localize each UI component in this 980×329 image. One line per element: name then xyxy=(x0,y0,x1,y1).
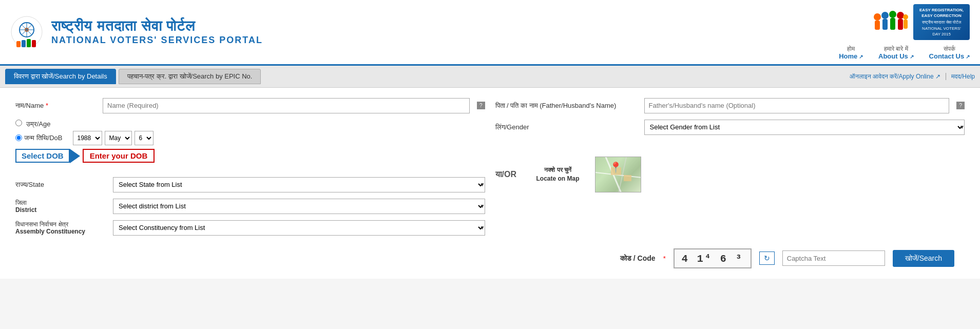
constituency-row: विधानसभा निर्वाचन क्षेत्र Assembly Const… xyxy=(15,220,485,236)
age-label: उम्र/Age xyxy=(15,120,98,128)
dob-year-select[interactable]: 1988 xyxy=(73,131,102,145)
captcha-display: 4 1⁴ 6 ³ xyxy=(674,248,752,268)
nav-contact[interactable]: संपर्क Contact Us xyxy=(929,45,970,60)
map-thumbnail[interactable]: 📍 xyxy=(595,157,641,192)
nvd-subtitle: राष्ट्रीय मतदाता सेवा पोर्टल xyxy=(919,20,964,25)
state-select[interactable]: Select State from List xyxy=(113,177,485,192)
captcha-search-row: कोड / Code * 4 1⁴ 6 ³ ↻ खोजें/Search xyxy=(15,248,965,268)
divider xyxy=(946,73,946,80)
apply-hindi: ऑनलाइन आवेदन करें/ xyxy=(850,73,899,80)
constituency-select[interactable]: Select Constituency from List xyxy=(113,220,485,236)
svg-rect-12 xyxy=(875,21,880,30)
header-right-top: EASY REGISTRATION, EASY CORRECTION राष्ट… xyxy=(872,4,970,40)
tab-search-epic[interactable]: पहचान-पत्र क्र. द्वारा खोजें/Search by E… xyxy=(119,69,261,84)
help-link[interactable]: मदद/Help xyxy=(951,73,975,80)
gender-select[interactable]: Select Gender from List xyxy=(644,120,965,135)
tab1-eng: Search by Details xyxy=(55,72,107,80)
father-label-text: पिता / पति का नाम (Father/Husband's Name… xyxy=(495,102,617,109)
father-input[interactable] xyxy=(644,98,950,113)
captcha-refresh-button[interactable]: ↻ xyxy=(759,251,775,265)
constituency-label: विधानसभा निर्वाचन क्षेत्र Assembly Const… xyxy=(15,221,108,235)
nav-contact-hindi: संपर्क xyxy=(944,45,955,52)
tabs-bar: विवरण द्वारा खोजें/Search by Details पहच… xyxy=(0,66,980,88)
state-label: राज्य/State xyxy=(15,181,108,189)
header-right: EASY REGISTRATION, EASY CORRECTION राष्ट… xyxy=(839,4,970,60)
gender-label: लिंग/Gender xyxy=(495,123,639,131)
people-icon xyxy=(872,9,908,35)
nav-home-eng: Home xyxy=(839,52,863,60)
tabs-left: विवरण द्वारा खोजें/Search by Details पहच… xyxy=(5,66,261,87)
nvd-line2: NATIONAL VOTERS' DAY 2015 xyxy=(919,26,964,37)
svg-point-17 xyxy=(897,12,904,19)
constituency-hindi: विधानसभा निर्वाचन क्षेत्र xyxy=(15,221,108,228)
tab1-hindi: विवरण द्वारा खोजें/ xyxy=(14,72,55,80)
apply-eng: Apply Online xyxy=(899,73,934,80)
nav-about[interactable]: हमारे बारे में About Us xyxy=(878,45,914,60)
age-dob-section: उम्र/Age जन्म तिथि/DoB 1988 May xyxy=(15,120,485,163)
nvd-banner: EASY REGISTRATION, EASY CORRECTION राष्ट… xyxy=(913,4,970,40)
apply-online-link[interactable]: ऑनलाइन आवेदन करें/Apply Online ↗ xyxy=(850,73,940,80)
tab2-hindi: पहचान-पत्र क्र. द्वारा खोजें/ xyxy=(127,72,193,80)
select-dob-arrow xyxy=(70,149,80,163)
dob-day-select[interactable]: 6 xyxy=(134,131,153,145)
dob-radio[interactable] xyxy=(15,134,22,141)
district-select[interactable]: Select district from List xyxy=(113,199,485,214)
district-hindi: जिला xyxy=(15,199,108,206)
name-input[interactable] xyxy=(103,98,470,113)
nav-home[interactable]: होम Home xyxy=(839,45,863,60)
svg-rect-10 xyxy=(32,40,36,47)
svg-rect-14 xyxy=(882,19,888,30)
name-hint-button[interactable]: ? xyxy=(477,102,485,109)
district-eng: District xyxy=(15,206,108,214)
search-button[interactable]: खोजें/Search xyxy=(893,250,954,267)
eci-logo xyxy=(10,15,44,49)
state-label-text: राज्य/State xyxy=(15,181,44,188)
age-radio[interactable] xyxy=(15,120,22,126)
father-hint-button[interactable]: ? xyxy=(956,102,965,109)
dob-label-text: जन्म तिथि/DoB xyxy=(24,134,63,142)
or-map-row: या/OR नक्शे पर चुनें Locate on Map xyxy=(495,157,965,192)
district-row: जिला District Select district from List … xyxy=(15,199,485,214)
header-title-area: राष्ट्रीय मतदाता सेवा पोर्टल NATIONAL VO… xyxy=(51,18,263,46)
enter-dob-label: Enter your DOB xyxy=(83,149,155,163)
svg-rect-20 xyxy=(904,20,908,29)
tab2-eng: Search by EPIC No. xyxy=(193,72,252,80)
form-grid: नाम/Name * ? उम्र/Age जन्म तिथि xyxy=(15,98,965,236)
nav-about-hindi: हमारे बारे में xyxy=(884,45,908,52)
select-dob-label: Select DOB xyxy=(15,149,70,163)
constituency-eng: Assembly Constituency xyxy=(15,228,108,235)
search-hindi: खोजें/ xyxy=(905,254,919,262)
svg-rect-18 xyxy=(898,19,903,30)
svg-point-11 xyxy=(874,13,881,21)
svg-rect-9 xyxy=(27,39,31,47)
title-hindi: राष्ट्रीय मतदाता सेवा पोर्टल xyxy=(51,18,263,35)
svg-rect-8 xyxy=(22,40,26,47)
locate-map-section: नक्शे पर चुनें Locate on Map xyxy=(536,166,580,182)
code-required: * xyxy=(663,255,666,262)
svg-rect-25 xyxy=(624,175,631,181)
locate-hindi: नक्शे पर चुनें xyxy=(544,166,571,173)
dob-month-select[interactable]: May xyxy=(105,131,132,145)
father-label: पिता / पति का नाम (Father/Husband's Name… xyxy=(495,102,639,110)
svg-point-15 xyxy=(889,11,896,18)
gender-row: लिंग/Gender Select Gender from List ▼ xyxy=(495,120,965,135)
header: राष्ट्रीय मतदाता सेवा पोर्टल NATIONAL VO… xyxy=(0,0,980,66)
locate-eng: Locate on Map xyxy=(536,175,580,182)
name-row: नाम/Name * ? xyxy=(15,98,485,113)
name-label-text: नाम/Name xyxy=(15,102,44,109)
nav-contact-eng: Contact Us xyxy=(929,52,970,60)
state-row: राज्य/State Select State from List ▼ xyxy=(15,177,485,192)
father-row: पिता / पति का नाम (Father/Husband's Name… xyxy=(495,98,965,113)
title-eng: NATIONAL VOTERS' SERVICES PORTAL xyxy=(51,35,263,46)
svg-rect-16 xyxy=(890,18,895,30)
tab-search-details[interactable]: विवरण द्वारा खोजें/Search by Details xyxy=(5,69,116,84)
nav-home-hindi: होम xyxy=(847,45,855,52)
captcha-input[interactable] xyxy=(782,250,885,266)
form-right: पिता / पति का नाम (Father/Husband's Name… xyxy=(495,98,965,236)
nav-links: होम Home हमारे बारे में About Us संपर्क … xyxy=(839,45,970,60)
nav-about-eng: About Us xyxy=(878,52,914,60)
form-left: नाम/Name * ? उम्र/Age जन्म तिथि xyxy=(15,98,485,236)
search-eng: Search xyxy=(919,254,942,262)
age-row: उम्र/Age xyxy=(15,120,485,128)
help-hindi: मदद/ xyxy=(951,73,962,80)
